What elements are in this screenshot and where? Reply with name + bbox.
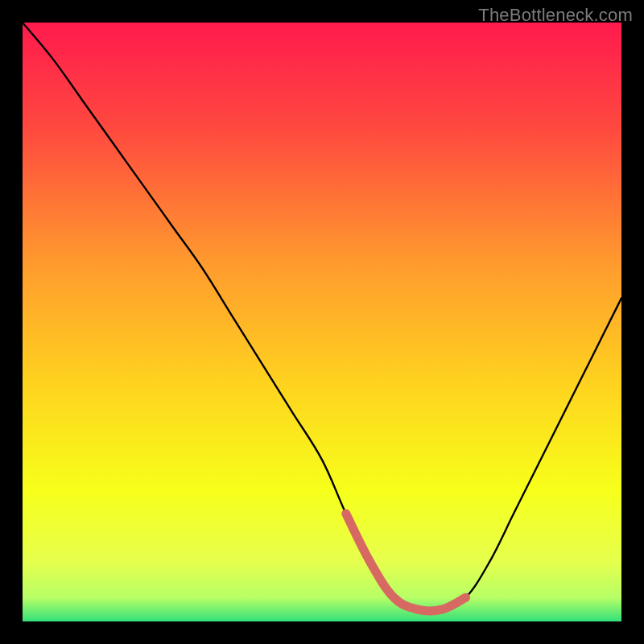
- plot-area: [23, 23, 621, 621]
- gradient-background: [23, 23, 621, 621]
- chart-svg: [23, 23, 621, 621]
- watermark-text: TheBottleneck.com: [478, 5, 633, 26]
- chart-container: TheBottleneck.com: [0, 0, 644, 644]
